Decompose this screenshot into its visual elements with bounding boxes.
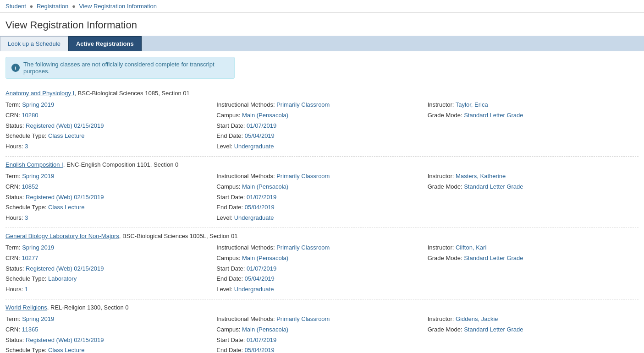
detail-item: CRN: 10280: [6, 111, 216, 120]
detail-label: Campus:: [216, 255, 242, 261]
detail-item: Start Date: 01/07/2019: [216, 336, 427, 345]
detail-value: 05/04/2019: [245, 275, 275, 282]
course-block: General Biology Laboratory for Non-Major…: [6, 228, 638, 299]
tabs-bar: Look up a Schedule Active Registrations: [0, 36, 644, 51]
detail-item: Status: Registered (Web) 02/15/2019: [6, 336, 216, 345]
detail-label: Campus:: [216, 183, 242, 190]
detail-label: Start Date:: [216, 337, 247, 343]
courses-list: Anatomy and Physiology I, BSC-Biological…: [6, 85, 638, 353]
detail-value: 05/04/2019: [245, 347, 275, 353]
course-title-link[interactable]: World Religions: [6, 304, 47, 311]
detail-item: Level: Undergraduate: [216, 213, 427, 223]
course-block: Anatomy and Physiology I, BSC-Biological…: [6, 85, 638, 157]
course-detail-col-3: Instructor: Giddens, JackieGrade Mode: S…: [428, 315, 638, 353]
detail-label: Schedule Type:: [6, 347, 48, 353]
detail-item: Instructor: Masters, Katherine: [428, 172, 638, 181]
page-title: View Registration Information: [0, 13, 644, 36]
detail-value: Main (Pensacola): [242, 255, 288, 261]
detail-item: Schedule Type: Class Lecture: [6, 346, 216, 353]
detail-item: Start Date: 01/07/2019: [216, 193, 427, 202]
detail-value: Primarily Classroom: [276, 101, 330, 108]
detail-item: Schedule Type: Laboratory: [6, 274, 216, 284]
tab-lookup[interactable]: Look up a Schedule: [0, 36, 68, 51]
detail-label: Term:: [6, 101, 22, 108]
info-banner: i The following classes are not official…: [6, 57, 235, 79]
course-detail-col-2: Instructional Methods: Primarily Classro…: [216, 315, 427, 353]
course-detail-col-2: Instructional Methods: Primarily Classro…: [216, 100, 427, 152]
detail-item: Start Date: 01/07/2019: [216, 264, 427, 274]
detail-value: Undergraduate: [234, 143, 274, 150]
detail-label: Grade Mode:: [428, 255, 464, 261]
detail-value: Standard Letter Grade: [464, 326, 523, 333]
detail-label: Hours:: [6, 143, 25, 150]
detail-value: Class Lecture: [48, 204, 84, 211]
detail-item: Instructor: Taylor, Erica: [428, 100, 638, 110]
detail-item: Status: Registered (Web) 02/15/2019: [6, 264, 216, 274]
detail-label: Hours:: [6, 286, 25, 293]
course-title-line: Anatomy and Physiology I, BSC-Biological…: [6, 90, 638, 97]
info-icon: i: [11, 64, 20, 72]
detail-item: End Date: 05/04/2019: [216, 346, 427, 353]
detail-item: Instructor: Giddens, Jackie: [428, 315, 638, 324]
detail-value: 11365: [22, 326, 38, 333]
detail-label: Instructional Methods:: [216, 173, 276, 179]
detail-value: 01/07/2019: [247, 337, 276, 343]
info-banner-text: The following classes are not officially…: [23, 61, 229, 75]
detail-item: Grade Mode: Standard Letter Grade: [428, 325, 638, 335]
detail-value: Undergraduate: [234, 286, 274, 293]
detail-item: End Date: 05/04/2019: [216, 203, 427, 212]
detail-value: Main (Pensacola): [242, 112, 288, 119]
detail-value: 1: [25, 286, 28, 293]
detail-label: Campus:: [216, 326, 242, 333]
detail-item: Status: Registered (Web) 02/15/2019: [6, 193, 216, 202]
detail-label: End Date:: [216, 132, 244, 139]
breadcrumb-registration[interactable]: Registration: [37, 3, 68, 10]
detail-item: Instructor: Clifton, Kari: [428, 243, 638, 253]
detail-item: Campus: Main (Pensacola): [216, 111, 427, 120]
course-title-link[interactable]: English Composition I: [6, 161, 63, 168]
detail-value: 10280: [22, 112, 38, 119]
detail-value: Main (Pensacola): [242, 183, 288, 190]
detail-label: Instructional Methods:: [216, 101, 276, 108]
detail-item: Instructional Methods: Primarily Classro…: [216, 100, 427, 110]
course-detail-col-2: Instructional Methods: Primarily Classro…: [216, 172, 427, 223]
course-detail-col-1: Term: Spring 2019CRN: 10280Status: Regis…: [6, 100, 216, 152]
detail-value: Class Lecture: [48, 132, 84, 139]
detail-item: Schedule Type: Class Lecture: [6, 203, 216, 212]
course-details: Term: Spring 2019CRN: 10277Status: Regis…: [6, 243, 638, 294]
detail-value: 3: [25, 143, 28, 150]
detail-value: Class Lecture: [48, 347, 84, 353]
detail-label: Instructor:: [428, 101, 456, 108]
detail-value: 05/04/2019: [245, 132, 275, 139]
course-title-link[interactable]: Anatomy and Physiology I: [6, 90, 74, 97]
detail-value: Clifton, Kari: [456, 244, 486, 251]
detail-label: Grade Mode:: [428, 183, 464, 190]
detail-label: Start Date:: [216, 194, 247, 201]
course-title-line: General Biology Laboratory for Non-Major…: [6, 233, 638, 239]
course-title-link[interactable]: General Biology Laboratory for Non-Major…: [6, 233, 119, 239]
detail-item: Campus: Main (Pensacola): [216, 325, 427, 335]
detail-label: Campus:: [216, 112, 242, 119]
course-detail-col-1: Term: Spring 2019CRN: 10277Status: Regis…: [6, 243, 216, 294]
main-content: i The following classes are not official…: [0, 51, 644, 353]
breadcrumb-view-registration[interactable]: View Registration Information: [79, 3, 157, 10]
breadcrumb-sep-1: ●: [29, 3, 34, 10]
tab-active-registrations[interactable]: Active Registrations: [68, 36, 142, 51]
detail-label: Level:: [216, 143, 234, 150]
detail-value: Primarily Classroom: [276, 173, 330, 179]
detail-label: Status:: [6, 265, 26, 272]
detail-label: Instructional Methods:: [216, 244, 276, 251]
course-block: World Religions, REL-Religion 1300, Sect…: [6, 299, 638, 353]
detail-item: Grade Mode: Standard Letter Grade: [428, 254, 638, 263]
breadcrumb-student[interactable]: Student: [6, 3, 26, 10]
detail-label: Level:: [216, 214, 234, 221]
course-title-line: English Composition I, ENC-English Compo…: [6, 161, 638, 168]
course-detail-col-3: Instructor: Clifton, KariGrade Mode: Sta…: [428, 243, 638, 294]
course-details: Term: Spring 2019CRN: 10852Status: Regis…: [6, 172, 638, 223]
detail-label: Status:: [6, 194, 26, 201]
detail-label: Grade Mode:: [428, 112, 464, 119]
detail-value: Primarily Classroom: [276, 244, 330, 251]
detail-item: Term: Spring 2019: [6, 243, 216, 253]
detail-label: Instructional Methods:: [216, 315, 276, 322]
detail-label: Instructor:: [428, 244, 456, 251]
